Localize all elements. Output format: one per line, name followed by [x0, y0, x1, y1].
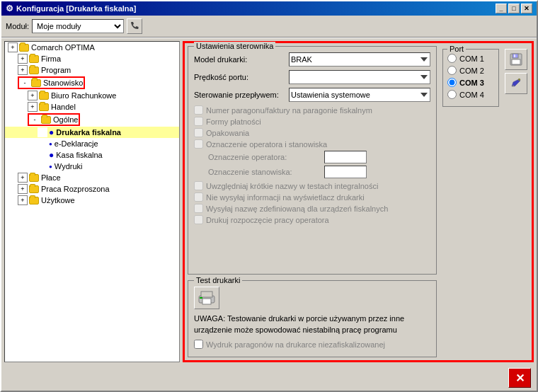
model-select-wrapper: BRAK: [289, 52, 430, 67]
tree-item-program[interactable]: + Program: [5, 64, 179, 76]
main-content: + Comarch OPTIMA + Firma + Program -: [1, 38, 537, 365]
tree-expand-kasa: [38, 150, 47, 160]
model-row: Model drukarki: BRAK: [194, 52, 430, 67]
port-com1-label: COM 1: [459, 54, 484, 63]
tree-label-place: Płace: [41, 173, 61, 182]
formy-checkbox[interactable]: [194, 117, 203, 126]
port-com1-radio[interactable]: [447, 54, 457, 63]
tree-item-praca[interactable]: + Praca Rozproszona: [5, 183, 179, 195]
tree-label-kasa: Kasa fiskalna: [56, 151, 102, 159]
tree-label-drukarka: Drukarka fiskalna: [56, 128, 121, 137]
port-com4-label: COM 4: [459, 91, 484, 99]
save-toolbar-button[interactable]: [505, 49, 527, 70]
tree-item-kasa[interactable]: ● Kasa fiskalna: [5, 149, 179, 161]
folder-icon-ogolne: [41, 116, 51, 124]
module-bar: Moduł: Moje moduły: [1, 16, 537, 37]
oznaczenie-stanowiska-input[interactable]: [324, 166, 367, 178]
tree-expand-handel[interactable]: +: [28, 102, 38, 112]
model-select[interactable]: BRAK: [289, 52, 430, 67]
port-group-title: Port: [447, 45, 466, 53]
paragon-label: Numer paragonu/faktury na paragonie fisk…: [206, 106, 372, 115]
flow-select[interactable]: Ustawienia systemowe: [289, 88, 430, 102]
tree-expand-comarch[interactable]: +: [8, 42, 18, 52]
right-toolbar: [505, 46, 532, 357]
tree-item-uzytkowe[interactable]: + Użytkowe: [5, 195, 179, 206]
drukuj-label: Drukuj rozpoczęcie pracy operatora: [206, 216, 329, 224]
wysylaj-nazwe-checkbox[interactable]: [194, 204, 203, 213]
printer-icon-area: [194, 287, 430, 309]
save-icon: [509, 52, 523, 67]
settings-sterownika-group: Ustawienia sterownika Model drukarki: BR…: [188, 46, 437, 275]
close-icon: ✕: [515, 371, 525, 385]
svg-rect-2: [202, 299, 211, 304]
oznaczenie-operatora-input[interactable]: [324, 151, 367, 163]
module-phone-button[interactable]: [127, 18, 142, 34]
opakowania-checkbox[interactable]: [194, 128, 203, 137]
minimize-button[interactable]: _: [496, 4, 507, 13]
flow-label: Sterowanie przepływem:: [194, 91, 286, 99]
tree-label-program: Program: [41, 66, 71, 74]
tree-item-edeklaracje[interactable]: ● e-Deklaracje: [5, 138, 179, 149]
oznaczenie-checkbox[interactable]: [194, 139, 203, 149]
tree-expand-biuro[interactable]: +: [28, 91, 38, 100]
uwzgledniaj-checkbox[interactable]: [194, 181, 203, 190]
port-com3-radio[interactable]: [447, 78, 457, 87]
tree-item-biuro[interactable]: + Biuro Rachunkowe: [5, 90, 179, 101]
folder-icon-biuro: [39, 92, 49, 100]
tree-expand-uzytkowe[interactable]: +: [18, 195, 28, 205]
tree-panel: + Comarch OPTIMA + Firma + Program -: [4, 41, 180, 362]
port-com1-option: COM 1: [447, 54, 494, 63]
printer-test-button[interactable]: [194, 287, 219, 309]
paragon-checkbox[interactable]: [194, 105, 203, 115]
test-drukarki-group: Test drukarki UWAGA: Testowanie drukarki…: [188, 280, 437, 357]
tree-expand-place[interactable]: +: [18, 173, 28, 183]
tree-expand-ogolne[interactable]: -: [30, 115, 40, 125]
folder-icon-stanowisko: [31, 79, 41, 87]
nie-wysylaj-checkbox[interactable]: [194, 192, 203, 202]
tree-label-ogolne: Ogólne: [53, 115, 78, 124]
oznaczenie-operatora-row: Oznaczenie operatora:: [208, 151, 430, 163]
dot-icon-edeklaracje: ●: [49, 141, 52, 147]
tree-expand-stanowisko[interactable]: -: [20, 78, 30, 88]
tree-item-ogolne[interactable]: - Ogólne: [5, 113, 179, 127]
formy-row: Formy płatności: [194, 117, 430, 126]
tree-label-praca: Praca Rozproszona: [41, 185, 110, 193]
tree-item-drukarka[interactable]: ● Drukarka fiskalna: [5, 127, 179, 138]
oznaczenie-section: Oznaczenie operatora: Oznaczenie stanowi…: [208, 151, 430, 178]
tree-item-firma[interactable]: + Firma: [5, 53, 179, 64]
tree-item-place[interactable]: + Płace: [5, 172, 179, 183]
tree-item-stanowisko[interactable]: - Stanowisko: [5, 76, 179, 90]
tree-item-handel[interactable]: + Handel: [5, 101, 179, 113]
blue-circle-icon-drukarka: ●: [49, 127, 54, 137]
tree-expand-firma[interactable]: +: [18, 54, 28, 64]
window-title: Konfiguracja [Drukarka fiskalna]: [16, 4, 136, 13]
module-label: Moduł:: [6, 22, 29, 30]
tree-expand-edeklaracje: [38, 139, 47, 149]
bottom-bar: ✕: [1, 365, 537, 391]
drukuj-row: Drukuj rozpoczęcie pracy operatora: [194, 215, 430, 224]
tree-expand-praca[interactable]: +: [18, 184, 28, 194]
folder-icon-comarch: [19, 44, 29, 52]
settings-area: Ustawienia sterownika Model drukarki: BR…: [183, 41, 534, 362]
tree-expand-program[interactable]: +: [18, 65, 28, 75]
tree-item-wydruki[interactable]: ● Wydruki: [5, 161, 179, 172]
port-com2-radio[interactable]: [447, 66, 457, 75]
folder-icon-uzytkowe: [29, 197, 39, 204]
close-button[interactable]: ✕: [508, 368, 531, 388]
module-select[interactable]: Moje moduły: [32, 19, 124, 33]
opakowania-label: Opakowania: [206, 129, 249, 137]
drukuj-checkbox[interactable]: [194, 215, 203, 224]
maximize-button[interactable]: □: [508, 4, 520, 13]
tree-item-comarch[interactable]: + Comarch OPTIMA: [5, 42, 179, 53]
formy-label: Formy płatności: [206, 117, 261, 126]
tree-label-biuro: Biuro Rachunkowe: [51, 91, 116, 100]
uwzgledniaj-label: Uwzględniaj krótkie nazwy w testach inte…: [206, 182, 378, 190]
printer-icon: [198, 290, 216, 306]
port-com4-radio[interactable]: [447, 90, 457, 99]
edit-toolbar-button[interactable]: [505, 73, 527, 94]
phone-icon: [130, 21, 139, 31]
close-title-button[interactable]: ✕: [521, 4, 532, 13]
main-window: ⚙ Konfiguracja [Drukarka fiskalna] _ □ ✕…: [0, 0, 538, 392]
speed-select[interactable]: [289, 70, 430, 84]
wydruk-paragonow-checkbox[interactable]: [194, 340, 203, 349]
